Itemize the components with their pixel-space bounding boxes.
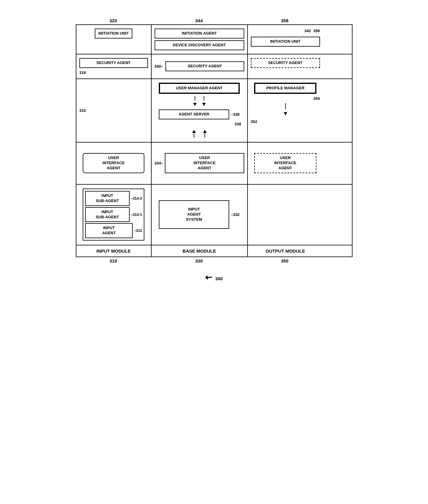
ref-334: 334– (155, 161, 163, 165)
security-agent-input: SECURITY AGENT (79, 58, 148, 68)
ref-314-1: –314-1 (131, 213, 142, 217)
ref-356: 356 (313, 29, 320, 33)
ui-agent-input: USER INTERFACE AGENT (83, 153, 144, 173)
ref-316: 316 (79, 108, 86, 113)
ref-314-2: –314-2 (131, 196, 142, 201)
module-input: INPUT MODULE (76, 245, 152, 257)
row-initiation: INITIATION UNIT INITIATION AGENT DEVICE … (76, 25, 352, 54)
cell-manager-base: USER MANAGER AGENT AGENT SERVER –336 338 (152, 79, 248, 142)
row-ui-agent: USER INTERFACE AGENT 334– USER INTERFACE… (76, 143, 352, 185)
connector-left (195, 96, 195, 100)
ref-300-area: ↙ 300 (76, 272, 353, 282)
arrow-300: ↙ (203, 271, 214, 283)
row-security: SECURITY AGENT 318 340– SECURITY AGENT S… (76, 54, 352, 79)
cell-initiation-output: 342 356 INITIATION UNIT (248, 25, 323, 54)
bottom-ref-row: 310 330 350 (76, 258, 353, 263)
initiation-unit-input: INITIATION UNIT (95, 29, 133, 38)
input-sub-agent-1: INPUT SUB-AGENT (85, 207, 130, 222)
ref-336: –336 (231, 112, 240, 117)
input-sub-agent-2: INPUT SUB-AGENT (85, 191, 130, 206)
module-row: INPUT MODULE BASE MODULE OUTPUT MODULE (76, 245, 353, 257)
arrow-profile-down (284, 112, 287, 115)
diagram-container: 320 344 358 INITIATION UNIT INITIATION A… (70, 6, 359, 306)
arrow-up-right (203, 130, 207, 133)
sub-agent-2-row: INPUT SUB-AGENT –314-2 (85, 191, 142, 206)
device-discovery-agent: DEVICE DISCOVERY AGENT (155, 40, 244, 50)
cell-ui-base: 334– USER INTERFACE AGENT (152, 143, 248, 184)
arrow-down-right (202, 103, 206, 106)
ref-330: 330 (151, 258, 247, 263)
ref-300: 300 (215, 276, 223, 281)
cell-ui-output: USER INTERFACE AGENT (248, 143, 323, 184)
ref-354: 354 (313, 96, 320, 101)
agent-server: AGENT SERVER (159, 109, 229, 119)
connector-right (204, 96, 204, 100)
initiation-agent: INITIATION AGENT (155, 29, 244, 38)
security-agent-output: SECURITY AGENT (251, 58, 320, 68)
arrow-up-left (192, 130, 196, 133)
profile-manager: PROFILE MANAGER (254, 83, 316, 94)
conn-profile (285, 103, 286, 109)
ref-312: –312 (134, 229, 142, 233)
cell-security-base: 340– SECURITY AGENT (152, 54, 248, 78)
cell-manager-output: PROFILE MANAGER 354 352 (248, 79, 323, 142)
initiation-unit-output: INITIATION UNIT (251, 37, 320, 47)
ref-318: 318 (79, 70, 86, 75)
ref-338: 338 (235, 122, 241, 126)
ref-352: 352 (251, 119, 257, 124)
module-base: BASE MODULE (152, 245, 248, 257)
ref-320: 320 (76, 18, 151, 23)
conn-ul (194, 134, 194, 138)
cell-security-output: SECURITY AGENT (248, 54, 323, 78)
cell-initiation-base: INITIATION AGENT DEVICE DISCOVERY AGENT (152, 25, 248, 54)
row-manager: 316 USER MANAGER AGENT AGENT SERVER –336 (76, 79, 352, 143)
security-agent-base: SECURITY AGENT (165, 61, 244, 71)
arrow-down-left (193, 103, 197, 106)
ref-350: 350 (247, 258, 322, 263)
ref-344: 344 (151, 18, 247, 23)
cell-initiation-input: INITIATION UNIT (76, 25, 152, 54)
input-agent-system: INPUT AGENT SYSTEM (159, 200, 229, 229)
ref-340: 340– (155, 64, 163, 69)
module-output: OUTPUT MODULE (248, 245, 323, 257)
cell-input-base: INPUT AGENT SYSTEM –332 (152, 185, 248, 245)
main-diagram: INITIATION UNIT INITIATION AGENT DEVICE … (76, 24, 353, 245)
row-input: INPUT SUB-AGENT –314-2 INPUT SUB-AGENT –… (76, 185, 352, 245)
input-agent-row: INPUT AGENT –312 (85, 223, 142, 238)
ref-342: 342 (304, 29, 311, 33)
input-agents-group: INPUT SUB-AGENT –314-2 INPUT SUB-AGENT –… (83, 189, 144, 241)
cell-security-input: SECURITY AGENT 318 (76, 54, 152, 78)
ui-agent-base: USER INTERFACE AGENT (165, 153, 244, 173)
ref-310: 310 (76, 258, 151, 263)
top-ref-row: 320 344 358 (76, 18, 353, 23)
cell-ui-input: USER INTERFACE AGENT (76, 143, 152, 184)
ui-agent-output: USER INTERFACE AGENT (254, 153, 316, 173)
sub-agent-1-row: INPUT SUB-AGENT –314-1 (85, 207, 142, 222)
ref-358: 358 (247, 18, 322, 23)
cell-input-input: INPUT SUB-AGENT –314-2 INPUT SUB-AGENT –… (76, 185, 152, 245)
cell-input-output (248, 185, 323, 245)
cell-manager-input: 316 (76, 79, 152, 142)
conn-ur (205, 134, 205, 138)
input-agent: INPUT AGENT (85, 223, 133, 238)
user-manager-agent: USER MANAGER AGENT (159, 83, 239, 94)
ref-332: –332 (231, 212, 240, 217)
